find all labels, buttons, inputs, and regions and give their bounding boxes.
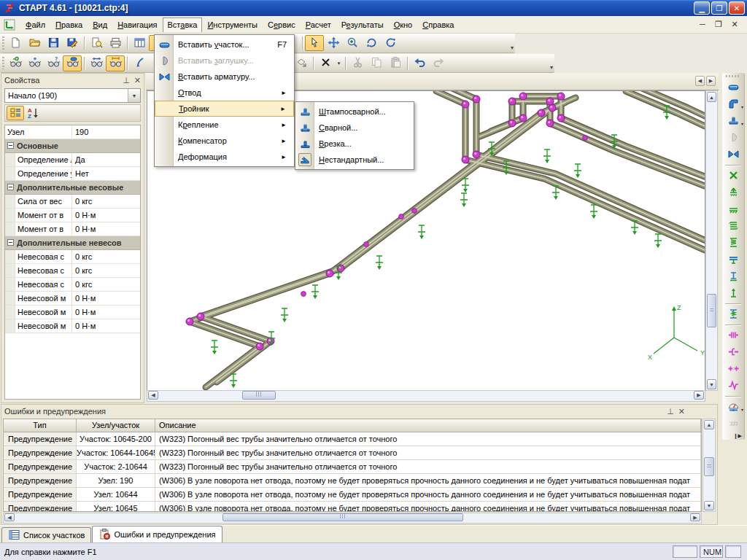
menubar-item-6[interactable]: Инструменты [202, 18, 263, 32]
property-value[interactable]: Нет [72, 167, 140, 180]
axial-compensator-button[interactable] [724, 344, 742, 360]
errors-horizontal-scrollbar[interactable]: ◀ ▶ [3, 513, 702, 524]
select-cursor-button[interactable] [305, 35, 324, 51]
column-header-node[interactable]: Узел/участок [77, 419, 155, 432]
scrollbar-thumb[interactable] [704, 457, 714, 476]
menubar-item-9[interactable]: Результаты [336, 18, 389, 32]
cap-button[interactable] [724, 130, 742, 146]
menubar-item-7[interactable]: Сервис [263, 18, 301, 32]
two-way-support-button[interactable] [724, 252, 742, 268]
error-table-row[interactable]: ПредупреждениеУзел: 10644(W306) В узле п… [4, 488, 701, 502]
scrollbar-thumb[interactable] [242, 391, 276, 400]
property-row[interactable]: Определение лДа [5, 153, 140, 167]
mdi-close-button[interactable]: ✕ [729, 20, 740, 29]
valve-button[interactable] [724, 147, 742, 163]
menu-item-вставить-участок-[interactable]: Вставить участок...F7 [155, 36, 294, 52]
scrollbar-thumb[interactable] [707, 294, 716, 327]
property-row[interactable]: Узел190 [5, 125, 140, 139]
menu-item-штампосварной-[interactable]: Штампосварной... [295, 104, 414, 120]
rotate-view-button[interactable] [362, 35, 381, 51]
toolbar-grip[interactable] [726, 75, 740, 77]
scroll-tabs-right-icon[interactable]: ▶ [706, 76, 716, 86]
open-document-button[interactable] [25, 35, 44, 51]
error-table-row[interactable]: ПредупреждениеУзел: 190(W306) В узле пов… [4, 474, 701, 488]
property-value[interactable]: 0 Н·м [72, 306, 140, 319]
property-value[interactable]: 0 кгс [72, 195, 140, 208]
property-row[interactable]: Невесовая с0 кгс [5, 278, 140, 292]
property-row[interactable]: Сила от вес0 кгс [5, 195, 140, 209]
guide-support-button[interactable] [724, 218, 742, 234]
toolbar-overflow-button[interactable]: ▾ [511, 44, 514, 51]
column-header-type[interactable]: Тип [4, 419, 77, 432]
scroll-down-icon[interactable]: ▼ [704, 501, 714, 510]
gauge-button[interactable]: ▾ [724, 399, 742, 415]
menu-item-крепление[interactable]: Крепление► [155, 117, 294, 133]
bottom-tab-1[interactable]: Список участков [1, 527, 91, 542]
menubar-item-4[interactable]: Навигация [112, 18, 162, 32]
property-row[interactable]: Момент от в0 Н·м [5, 222, 140, 236]
menubar-item-8[interactable]: Расчет [301, 18, 336, 32]
collapse-icon[interactable] [7, 142, 14, 149]
menubar-item-5[interactable]: Вставка [163, 18, 203, 32]
scroll-up-icon[interactable]: ▲ [704, 420, 714, 429]
menubar-item-1[interactable]: Файл [20, 18, 50, 32]
error-table-row[interactable]: ПредупреждениеУчасток: 2-10644(W323) Пог… [4, 460, 701, 474]
anchor-support-button[interactable] [724, 184, 742, 201]
save-as-button[interactable] [63, 35, 82, 51]
spring-support-button[interactable] [724, 235, 742, 251]
property-group-row[interactable]: Дополнительные невесов [5, 236, 140, 250]
toolbar-grip[interactable] [2, 57, 4, 69]
menubar-item-11[interactable]: Справка [417, 18, 459, 32]
property-value[interactable]: 0 Н·м [72, 222, 140, 236]
print-preview-button[interactable] [87, 35, 106, 51]
redo-button[interactable] [429, 55, 448, 71]
mdi-minimize-button[interactable]: ─ [697, 20, 708, 29]
error-table-row[interactable]: ПредупреждениеУчасток: 10645-200(W323) П… [4, 432, 701, 446]
window-panes-button[interactable] [130, 35, 149, 51]
property-row[interactable]: Невесовой м0 Н·м [5, 292, 140, 306]
close-panel-icon[interactable]: ✕ [678, 407, 685, 416]
property-value[interactable]: Да [72, 153, 140, 166]
show-pipes-button[interactable] [63, 55, 82, 71]
copy-button[interactable] [367, 55, 386, 71]
errors-vertical-scrollbar[interactable]: ▲ ▼ [703, 419, 716, 512]
rotate-free-button[interactable] [381, 35, 400, 51]
property-value[interactable]: 0 Н·м [72, 292, 140, 305]
menu-item-деформация[interactable]: Деформация► [155, 149, 294, 165]
insulation-button[interactable] [724, 416, 742, 432]
menu-item-вставить-заглушку-[interactable]: Вставить заглушку... [155, 52, 294, 69]
menu-item-нестандартный-[interactable]: Нестандартный... [295, 152, 414, 168]
property-row[interactable]: Невесовой м0 Н·м [5, 319, 140, 333]
chevron-down-icon[interactable]: ▼ [128, 89, 140, 102]
property-group-row[interactable]: Дополнительные весовые [5, 181, 140, 195]
property-row[interactable]: Невесовая с0 кгс [5, 250, 140, 264]
error-table-row[interactable]: ПредупреждениеУчасток: 10644-10645(W323)… [4, 446, 701, 460]
property-row[interactable]: Невесовой м0 Н·м [5, 306, 140, 319]
show-dimensions-button[interactable] [106, 55, 125, 71]
bellows-compensator-button[interactable] [724, 327, 742, 343]
undo-button[interactable] [410, 55, 429, 71]
dropdown-arrow-icon[interactable]: ▾ [741, 104, 743, 109]
close-panel-icon[interactable]: ✕ [134, 76, 141, 85]
menubar-item-2[interactable]: Правка [50, 18, 88, 32]
paste-button[interactable] [386, 55, 405, 71]
viewport-horizontal-scrollbar[interactable]: ◀ ▶ [147, 390, 705, 402]
scroll-left-icon[interactable]: ◀ [4, 513, 15, 521]
spring-hanger-button[interactable] [724, 306, 742, 322]
edit-direction-button[interactable] [130, 55, 149, 71]
scroll-tabs-left-icon[interactable]: ◀ [695, 76, 705, 86]
collapse-icon[interactable] [7, 184, 14, 190]
zoom-in-button[interactable] [343, 35, 362, 51]
delete-node-button[interactable] [724, 168, 742, 184]
menubar-item-10[interactable]: Окно [389, 18, 418, 32]
toolbar-overflow-button[interactable]: ▾ [550, 64, 553, 71]
viewport-vertical-scrollbar[interactable]: ▲ ▼ [705, 90, 718, 391]
node-selector-combo[interactable]: Начало (190) ▼ [4, 88, 141, 103]
property-value[interactable]: 0 кгс [72, 278, 140, 291]
az-sort-button[interactable]: AZ [24, 106, 42, 120]
pan-button[interactable] [324, 35, 343, 51]
tee-stamped-button[interactable]: ▾ [724, 113, 742, 129]
menu-item-сварной-[interactable]: Сварной... [295, 120, 414, 136]
save-document-button[interactable] [44, 35, 63, 51]
property-row[interactable]: Момент от в0 Н·м [5, 209, 140, 222]
